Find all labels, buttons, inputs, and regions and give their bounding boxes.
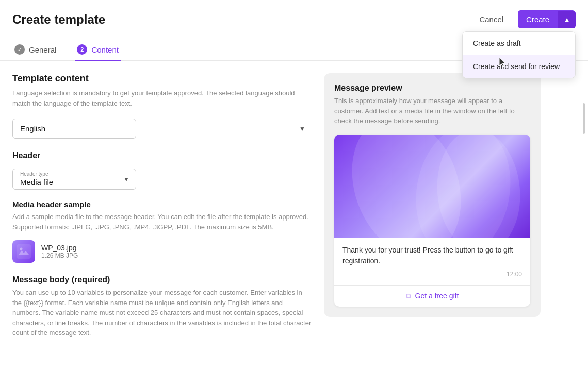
header-section: Header Header type Media file ▼ [12,151,312,190]
tab-general[interactable]: ✓ General [12,39,58,61]
header-section-title: Header [12,151,312,160]
tab-general-check: ✓ [14,44,25,55]
message-body-title: Message body (required) [12,275,312,284]
right-panel: Message preview This is approximately ho… [324,73,541,378]
cta-text: Get a free gift [415,292,459,300]
svg-rect-0 [17,244,31,259]
preview-card: Message preview This is approximately ho… [324,73,541,317]
dropdown-item-create-draft[interactable]: Create as draft [463,32,575,55]
svg-point-1 [20,248,23,250]
message-bubble: Thank you for your trust! Press the butt… [334,135,530,307]
message-content: Thank you for your trust! Press the butt… [334,238,530,285]
message-time: 12:00 [342,271,522,278]
preview-title: Message preview [334,83,530,93]
left-panel: Template content Language selection is m… [12,73,312,378]
create-button-group: Create ▲ [518,10,576,28]
tab-content-label: Content [91,45,119,54]
create-button-chevron[interactable]: ▲ [558,11,576,28]
message-cta-button[interactable]: ⧉ Get a free gift [334,285,530,307]
language-select[interactable]: English French Spanish [12,119,136,139]
tab-content[interactable]: 2 Content [75,39,121,61]
media-header-section: Media header sample Add a sample media f… [12,200,312,263]
language-select-wrapper: English French Spanish ▼ [12,119,312,139]
header-type-select[interactable]: Header type Media file ▼ [12,169,136,190]
tab-content-num: 2 [77,44,87,55]
preview-image [334,135,530,238]
message-body-section: Message body (required) You can use up t… [12,275,312,338]
page-header: Create template Cancel Create ▲ Create a… [0,0,588,28]
template-content-section: Template content Language selection is m… [12,73,312,108]
language-select-chevron: ▼ [299,125,305,132]
media-header-desc: Add a sample media file to the message h… [12,212,312,232]
header-type-wrapper: Header type Media file ▼ [12,169,312,190]
file-thumbnail [12,240,35,263]
image-shape-3 [432,135,525,238]
file-name: WP_03.jpg [41,244,78,252]
create-button-main[interactable]: Create [518,10,558,28]
page-title: Create template [12,12,105,27]
main-content: Template content Language selection is m… [0,61,588,386]
tab-general-label: General [29,45,56,54]
template-content-title: Template content [12,73,312,84]
preview-desc: This is approximately how your message w… [334,96,530,126]
cta-icon: ⧉ [406,292,411,300]
message-body-desc: You can use up to 10 variables to person… [12,288,312,338]
message-text: Thank you for your trust! Press the butt… [342,245,522,266]
file-meta: 1.26 MB JPG [41,252,78,259]
header-actions: Cancel Create ▲ Create as draft Create a… [471,10,576,28]
template-content-desc: Language selection is mandatory to get y… [12,88,312,108]
cancel-button[interactable]: Cancel [471,11,512,28]
header-type-chevron: ▼ [123,176,129,183]
file-info: WP_03.jpg 1.26 MB JPG [41,244,78,259]
header-type-value: Media file [20,178,53,187]
file-card: WP_03.jpg 1.26 MB JPG [12,240,312,263]
create-dropdown: Create as draft Create and send for revi… [462,31,576,78]
dropdown-item-create-send-review[interactable]: Create and send for review [463,55,575,78]
header-type-label: Header type [20,171,117,177]
media-header-title: Media header sample [12,200,312,209]
scrollbar[interactable] [583,103,585,134]
